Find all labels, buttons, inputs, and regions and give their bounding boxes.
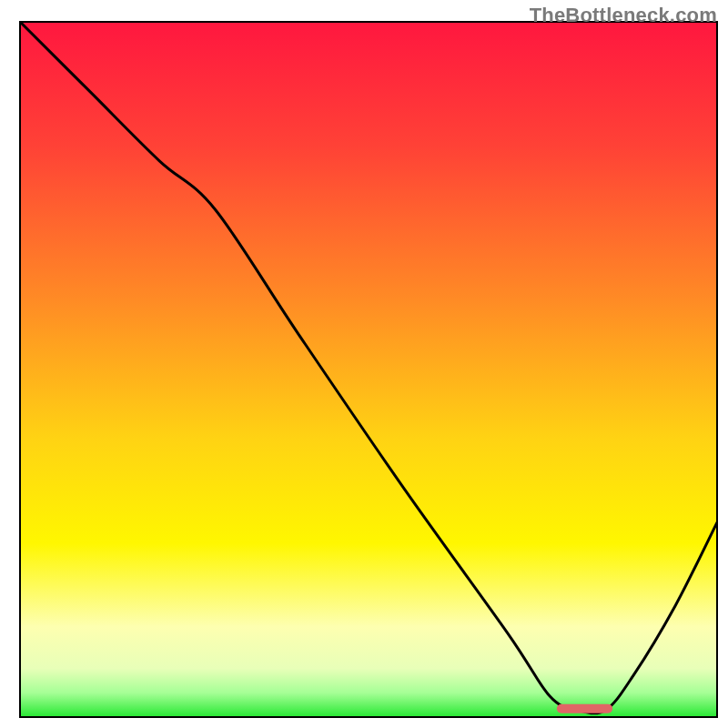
chart-container: TheBottleneck.com: [0, 0, 728, 728]
optimal-marker: [557, 704, 612, 713]
bottleneck-chart: [0, 0, 728, 728]
watermark-text: TheBottleneck.com: [530, 4, 717, 27]
